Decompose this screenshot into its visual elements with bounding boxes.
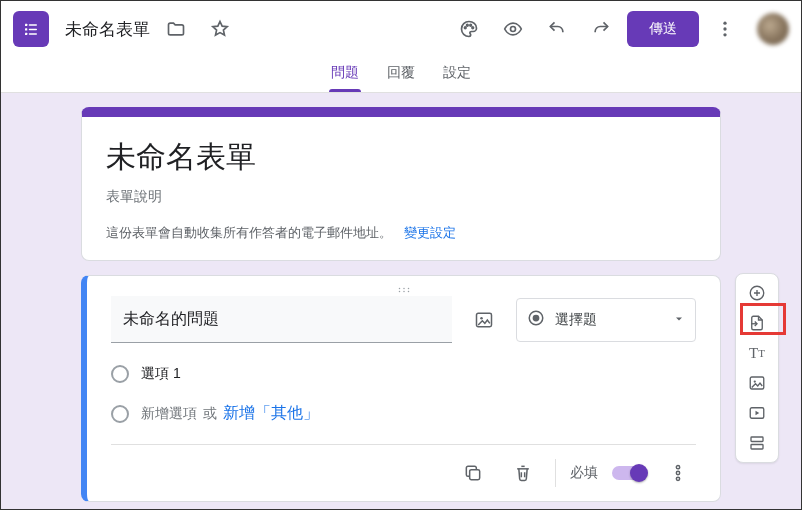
editor-tabs: 問題 回覆 設定: [1, 57, 801, 93]
tab-responses[interactable]: 回覆: [387, 64, 415, 92]
form-title[interactable]: 未命名表單: [106, 137, 696, 178]
question-title-input[interactable]: [111, 296, 452, 343]
svg-point-10: [511, 27, 516, 32]
svg-point-27: [676, 477, 679, 480]
svg-rect-0: [25, 24, 27, 26]
svg-point-9: [472, 27, 474, 29]
svg-rect-33: [751, 445, 763, 450]
svg-point-17: [398, 291, 400, 293]
or-text: 或: [203, 405, 217, 423]
svg-rect-1: [29, 24, 37, 26]
email-note-text: 這份表單會自動收集所有作答者的電子郵件地址。: [106, 225, 392, 240]
chevron-down-icon: [673, 311, 685, 329]
star-icon[interactable]: [202, 11, 238, 47]
svg-point-21: [480, 317, 483, 320]
question-footer: 必填: [111, 444, 696, 491]
add-title-icon[interactable]: TT: [739, 338, 775, 368]
more-icon[interactable]: [707, 11, 743, 47]
svg-point-18: [403, 291, 405, 293]
required-label: 必填: [570, 464, 598, 482]
svg-point-30: [754, 380, 756, 382]
svg-point-6: [464, 27, 466, 29]
option-radio-icon: [111, 365, 129, 383]
question-type-select[interactable]: 選擇題: [516, 298, 696, 342]
add-image-icon[interactable]: [466, 302, 502, 338]
option-radio-icon: [111, 405, 129, 423]
redo-icon[interactable]: [583, 11, 619, 47]
divider: [555, 459, 556, 487]
svg-point-19: [407, 291, 409, 293]
svg-point-16: [407, 288, 409, 290]
tab-settings[interactable]: 設定: [443, 64, 471, 92]
drag-handle-icon[interactable]: [111, 276, 696, 290]
svg-rect-24: [470, 470, 480, 480]
add-question-icon[interactable]: [739, 278, 775, 308]
palette-icon[interactable]: [451, 11, 487, 47]
svg-point-14: [398, 288, 400, 290]
svg-point-11: [723, 22, 726, 25]
svg-rect-2: [25, 28, 27, 30]
svg-point-26: [676, 471, 679, 474]
form-description[interactable]: 表單說明: [106, 188, 696, 206]
svg-point-25: [676, 466, 679, 469]
email-collection-note: 這份表單會自動收集所有作答者的電子郵件地址。 變更設定: [106, 224, 696, 242]
option-row[interactable]: 選項 1: [111, 365, 696, 383]
question-type-label: 選擇題: [555, 311, 663, 329]
option-text[interactable]: 選項 1: [141, 365, 181, 383]
document-title[interactable]: 未命名表單: [65, 18, 150, 41]
add-other-link[interactable]: 新增「其他」: [223, 403, 319, 424]
preview-icon[interactable]: [495, 11, 531, 47]
svg-point-7: [467, 24, 469, 26]
svg-point-15: [403, 288, 405, 290]
svg-rect-4: [25, 33, 27, 35]
svg-point-23: [533, 314, 540, 321]
svg-point-8: [470, 24, 472, 26]
question-more-icon[interactable]: [660, 455, 696, 491]
side-toolbar: TT: [735, 273, 779, 463]
folder-icon[interactable]: [158, 11, 194, 47]
add-option-text[interactable]: 新增選項: [141, 405, 197, 423]
undo-icon[interactable]: [539, 11, 575, 47]
form-header-card[interactable]: 未命名表單 表單說明 這份表單會自動收集所有作答者的電子郵件地址。 變更設定: [81, 107, 721, 261]
app-header: 未命名表單 傳送: [1, 1, 801, 57]
svg-point-12: [723, 27, 726, 30]
svg-rect-32: [751, 437, 763, 442]
required-toggle[interactable]: [612, 466, 646, 480]
svg-point-13: [723, 33, 726, 36]
add-video-icon[interactable]: [739, 398, 775, 428]
account-avatar[interactable]: [757, 13, 789, 45]
tab-questions[interactable]: 問題: [331, 64, 359, 92]
svg-rect-3: [29, 29, 37, 31]
import-questions-icon[interactable]: [739, 308, 775, 338]
question-card[interactable]: 選擇題 選項 1 新增選項 或 新增「其他」: [81, 275, 721, 502]
radio-icon: [527, 309, 545, 331]
add-photo-icon[interactable]: [739, 368, 775, 398]
forms-logo-icon[interactable]: [13, 11, 49, 47]
workspace: 未命名表單 表單說明 這份表單會自動收集所有作答者的電子郵件地址。 變更設定: [1, 93, 801, 509]
delete-icon[interactable]: [505, 455, 541, 491]
svg-rect-5: [29, 33, 37, 35]
send-button[interactable]: 傳送: [627, 11, 699, 47]
add-option-row: 新增選項 或 新增「其他」: [111, 403, 696, 424]
add-section-icon[interactable]: [739, 428, 775, 458]
duplicate-icon[interactable]: [455, 455, 491, 491]
change-settings-link[interactable]: 變更設定: [404, 225, 456, 240]
